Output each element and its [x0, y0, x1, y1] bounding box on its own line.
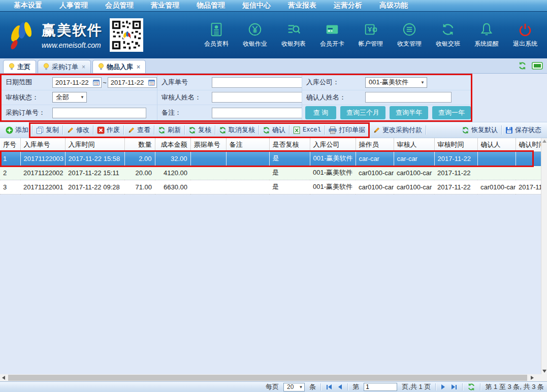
horizontal-scrollbar[interactable]	[0, 374, 547, 381]
auditor-name-label: 审核人姓名：	[157, 90, 208, 106]
date-range-fields: 2017-11-22 ~ 2017-11-22	[48, 75, 157, 90]
filter-panel: 日期范围 2017-11-22 ~ 2017-11-22	[0, 74, 547, 122]
menu-item-hr[interactable]: 人事管理	[51, 1, 96, 10]
query-half-year-button[interactable]: 查询半年	[390, 106, 428, 119]
cashier-work-button[interactable]: 收银作业	[239, 22, 271, 48]
restore-default-button[interactable]: 恢复默认	[458, 125, 501, 135]
shift-change-button[interactable]: 收银交班	[432, 22, 464, 48]
auditor-name-input[interactable]	[212, 92, 302, 103]
void-button[interactable]: 作废	[93, 122, 123, 138]
pencil-icon	[373, 126, 380, 134]
menu-item-members[interactable]: 会员管理	[96, 1, 142, 10]
view-button[interactable]: 查看	[124, 122, 154, 138]
wallet-icon	[363, 22, 378, 37]
menu-item-basic-settings[interactable]: 基本设置	[5, 1, 51, 10]
audit-status-select[interactable]: 全部	[52, 92, 87, 103]
date-from-input[interactable]: 2017-11-22	[52, 77, 102, 88]
menu-item-business[interactable]: 营业管理	[142, 1, 188, 10]
inbound-no-input[interactable]	[212, 77, 302, 88]
inbound-company-select[interactable]: 001-赢美软件	[365, 77, 427, 88]
per-page-label: 每页	[266, 382, 279, 391]
column-header[interactable]: 审核人	[394, 138, 434, 151]
column-header[interactable]: 入库单号	[20, 138, 65, 151]
column-header[interactable]: 数量	[124, 138, 155, 151]
scroll-down-icon[interactable]	[542, 370, 546, 373]
refresh-icon	[158, 126, 166, 134]
query-one-year-button[interactable]: 查询一年	[432, 106, 471, 119]
calendar-icon[interactable]	[93, 79, 100, 86]
vertical-scrollbar[interactable]	[541, 138, 547, 374]
query-3months-button[interactable]: 查询三个月	[340, 106, 385, 119]
menu-item-advanced[interactable]: 高级功能	[371, 1, 416, 10]
next-page-button[interactable]	[440, 384, 446, 389]
table-cell: 001-赢美软件	[310, 180, 356, 194]
copy-button[interactable]: 复制	[33, 122, 62, 138]
close-tab-icon[interactable]	[137, 63, 140, 71]
account-manage-button[interactable]: 帐户管理	[355, 22, 387, 48]
table-row[interactable]: 1201711220032017-11-22 15:582.0032.00是00…	[0, 151, 541, 166]
column-header[interactable]: 备注	[226, 138, 269, 151]
table-cell: 2017-11-22 15:58	[65, 151, 124, 166]
cashier-list-button[interactable]: 收银列表	[278, 22, 309, 48]
minimize-panel-icon[interactable]	[532, 62, 543, 70]
column-header[interactable]: 确认人	[477, 138, 516, 151]
member-card-icon	[209, 22, 224, 37]
excel-button[interactable]: Excel	[289, 122, 325, 138]
date-to-input[interactable]: 2017-11-22	[108, 77, 157, 88]
column-header[interactable]: 票据单号	[190, 138, 226, 151]
menu-item-analysis[interactable]: 运营分析	[325, 1, 371, 10]
income-expense-button[interactable]: 收支管理	[394, 22, 425, 48]
remark-input[interactable]	[212, 108, 302, 118]
scroll-left-icon[interactable]	[2, 376, 5, 380]
table-cell: 是	[269, 166, 310, 180]
edit-button[interactable]: 修改	[63, 122, 93, 138]
member-open-card-button[interactable]: 会员开卡	[316, 22, 348, 48]
column-header[interactable]: 确认时间	[516, 138, 541, 151]
first-page-button[interactable]	[326, 384, 333, 389]
column-header[interactable]: 序号	[0, 138, 20, 151]
calendar-icon[interactable]	[148, 79, 155, 86]
member-info-button[interactable]: 会员资料	[201, 22, 232, 48]
refresh-button[interactable]: 刷新	[154, 122, 184, 138]
refresh-page-icon[interactable]	[467, 383, 475, 391]
menu-item-goods[interactable]: 物品管理	[188, 1, 234, 10]
save-state-button[interactable]: 保存状态	[502, 125, 545, 135]
column-header[interactable]: 操作员	[356, 138, 394, 151]
purchase-order-input[interactable]	[52, 108, 146, 118]
column-header[interactable]: 是否复核	[269, 138, 310, 151]
exit-system-button[interactable]: 退出系统	[509, 22, 541, 48]
refresh-tabs-icon[interactable]	[518, 61, 527, 70]
table-cell: 2017-11-22	[516, 180, 541, 194]
scroll-right-icon[interactable]	[531, 376, 534, 380]
page-number-input[interactable]	[364, 383, 397, 391]
column-header[interactable]: 入库公司	[310, 138, 356, 151]
table-row[interactable]: 2201711220022017-11-22 15:1120.004120.00…	[0, 166, 541, 180]
tab-goods-inbound[interactable]: 物品入库	[92, 60, 146, 73]
cancel-recheck-button[interactable]: 取消复核	[215, 122, 259, 138]
table-row[interactable]: 3201711220012017-11-22 09:2871.006630.00…	[0, 180, 541, 194]
column-header[interactable]: 审核时间	[434, 138, 477, 151]
close-tab-icon[interactable]	[82, 63, 85, 71]
change-purchase-payment-button[interactable]: 更改采购付款	[369, 122, 426, 138]
system-alert-button[interactable]: 系统提醒	[471, 22, 502, 48]
menu-item-sms[interactable]: 短信中心	[234, 1, 279, 10]
tab-home[interactable]: 主页	[3, 60, 36, 73]
per-page-select[interactable]: 20	[283, 383, 305, 391]
restore-refresh-icon	[462, 126, 469, 134]
divider	[435, 383, 436, 390]
confirmer-name-input[interactable]	[365, 92, 452, 103]
menu-item-reports[interactable]: 营业报表	[279, 1, 325, 10]
recheck-button[interactable]: 复核	[185, 122, 215, 138]
column-header[interactable]: 入库时间	[65, 138, 124, 151]
confirm-button[interactable]: 确认	[259, 122, 289, 138]
tab-purchase-order[interactable]: 采购订单	[38, 60, 91, 73]
print-receipt-button[interactable]: 打印单据	[325, 122, 369, 138]
prev-page-button[interactable]	[337, 384, 343, 389]
column-header[interactable]: 成本金额	[155, 138, 190, 151]
add-button[interactable]: 添加	[2, 122, 32, 138]
query-button[interactable]: 查 询	[305, 106, 336, 119]
scrollbar-thumb[interactable]	[8, 375, 527, 381]
last-page-button[interactable]	[451, 384, 458, 389]
scroll-up-icon[interactable]	[542, 140, 546, 143]
app-header: 赢美软件 www.emeisoft.com	[0, 11, 547, 58]
